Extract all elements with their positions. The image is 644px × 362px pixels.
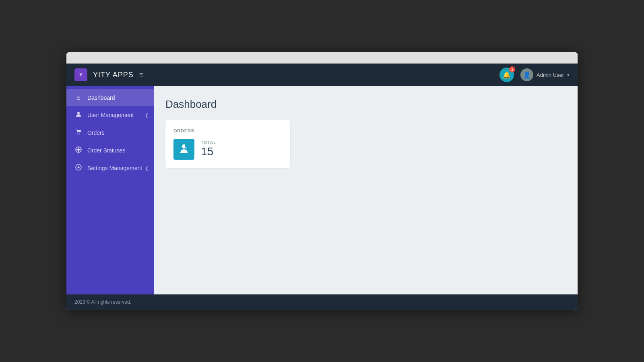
logo-icon-box: Y: [74, 68, 87, 81]
user-menu-button[interactable]: 👤 Admin User ▾: [520, 68, 570, 81]
logo-brand: YITY: [93, 71, 111, 79]
sidebar-label-user-management: User Management: [87, 112, 134, 118]
sidebar-item-settings-management[interactable]: Settings Management ❮: [66, 159, 154, 177]
main-layout: ⌂ Dashboard User Management ❮: [66, 86, 578, 294]
svg-point-2: [79, 134, 80, 134]
orders-card: ORDERS: [165, 120, 290, 168]
svg-point-10: [78, 167, 80, 169]
user-icon: [74, 111, 83, 119]
orders-stat-value: 15: [201, 145, 216, 158]
svg-point-4: [77, 148, 80, 151]
svg-point-0: [77, 112, 80, 114]
chevron-left-icon-user: ❮: [145, 113, 149, 118]
sidebar-label-order-statuses: Order Statuses: [87, 147, 125, 154]
chevron-down-icon: ▾: [567, 72, 570, 78]
browser-dot-green: [83, 56, 87, 60]
content-area: Dashboard ORDERS: [154, 86, 578, 294]
bell-icon: 🔔: [503, 71, 511, 79]
app-container: Y YITY APPS ≡ 🔔 1 👤 Admin User ▾: [66, 64, 578, 310]
chevron-left-icon-settings: ❮: [145, 166, 149, 171]
sidebar-item-dashboard[interactable]: ⌂ Dashboard: [66, 89, 154, 106]
user-name: Admin User: [537, 72, 564, 78]
order-statuses-icon: [74, 146, 83, 154]
sidebar-label-settings-management: Settings Management: [87, 165, 142, 171]
browser-bar: [66, 52, 578, 64]
logo-text: YITY APPS: [93, 71, 134, 79]
sidebar-item-orders[interactable]: Orders: [66, 124, 154, 142]
logo-suffix: APPS: [111, 71, 134, 79]
orders-card-icon: [178, 142, 190, 156]
browser-window: Y YITY APPS ≡ 🔔 1 👤 Admin User ▾: [66, 52, 578, 310]
svg-point-1: [77, 134, 78, 134]
sidebar-item-user-management[interactable]: User Management ❮: [66, 106, 154, 124]
orders-card-icon-box: [173, 139, 194, 160]
orders-stat-label: TOTAL: [201, 140, 216, 145]
orders-card-content: TOTAL 15: [173, 139, 282, 160]
page-title: Dashboard: [165, 98, 566, 111]
sidebar-label-dashboard: Dashboard: [87, 95, 115, 101]
header-left: Y YITY APPS ≡: [74, 68, 143, 81]
sidebar-label-orders: Orders: [87, 130, 105, 136]
svg-point-12: [185, 145, 187, 147]
settings-icon: [74, 164, 83, 172]
avatar-icon: 👤: [523, 71, 531, 79]
notification-button[interactable]: 🔔 1: [500, 68, 514, 82]
footer: 2023 © All rights reserved.: [66, 294, 578, 310]
sidebar-item-order-statuses[interactable]: Order Statuses: [66, 142, 154, 159]
header: Y YITY APPS ≡ 🔔 1 👤 Admin User ▾: [66, 64, 578, 86]
browser-dot-yellow: [77, 56, 81, 60]
orders-section-label: ORDERS: [173, 128, 282, 133]
user-avatar: 👤: [520, 68, 533, 81]
notification-badge: 1: [509, 66, 515, 72]
orders-icon: [74, 129, 83, 137]
footer-text: 2023 © All rights reserved.: [74, 299, 131, 305]
hamburger-button[interactable]: ≡: [139, 71, 144, 79]
home-icon: ⌂: [74, 94, 83, 101]
orders-card-stats: TOTAL 15: [201, 140, 216, 158]
header-right: 🔔 1 👤 Admin User ▾: [500, 68, 570, 82]
logo-icon: Y: [79, 72, 82, 77]
browser-dot-red: [70, 56, 74, 60]
sidebar: ⌂ Dashboard User Management ❮: [66, 86, 154, 294]
